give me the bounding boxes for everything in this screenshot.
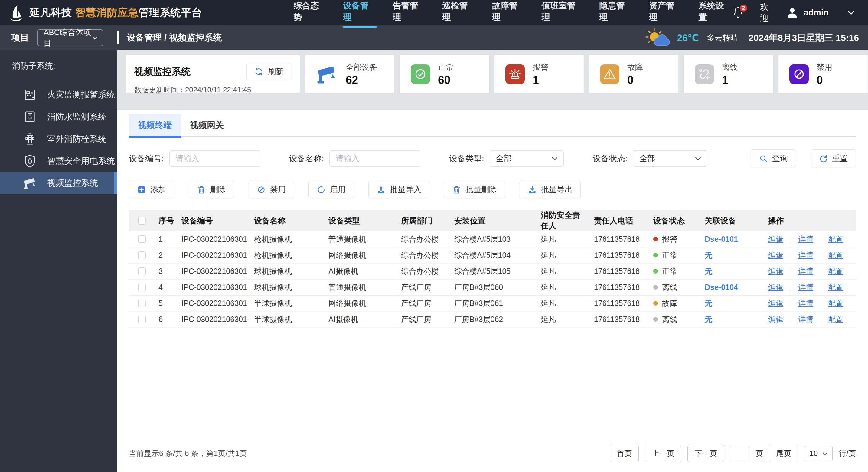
download-icon — [528, 185, 537, 194]
notification-bell-icon[interactable]: 2 — [732, 6, 744, 19]
sidebar-item[interactable]: 消防水监测系统 — [0, 106, 117, 128]
operation-link-detail[interactable]: 详情 — [798, 283, 813, 291]
weather-desc: 多云转晴 — [707, 33, 738, 43]
trash-icon — [197, 185, 206, 194]
operation-link-edit[interactable]: 编辑 — [768, 267, 783, 275]
cell-linked-device[interactable]: 无 — [698, 295, 762, 311]
tab[interactable]: 视频网关 — [181, 114, 233, 136]
sidebar: 消防子系统: 火灾监测报警系统消防水监测系统室外消防栓系统智慧安全用电系统视频监… — [0, 50, 117, 472]
device-name-input[interactable] — [329, 150, 420, 167]
operation-link-config[interactable]: 配置 — [828, 283, 843, 291]
select-all-checkbox[interactable] — [138, 217, 146, 225]
page-number-input[interactable] — [730, 446, 749, 462]
stat-card: 报警1 — [495, 55, 584, 93]
action-button[interactable]: 批量导出 — [520, 181, 581, 199]
action-button[interactable]: 批量导入 — [368, 181, 430, 199]
cell-linked-device[interactable]: 无 — [698, 263, 762, 279]
operation-link-edit[interactable]: 编辑 — [768, 251, 783, 259]
cell-linked-device[interactable]: Dse-0104 — [698, 279, 762, 295]
prev-page-button[interactable]: 上一页 — [645, 445, 681, 462]
welcome-text: 欢迎 — [760, 1, 776, 24]
operation-link-detail[interactable]: 详情 — [798, 235, 813, 243]
nav-item[interactable]: 告警管理 — [392, 0, 426, 28]
row-checkbox[interactable] — [138, 235, 146, 243]
project-select[interactable]: ABC综合体项目 — [37, 29, 103, 46]
sidebar-item-label: 智慧安全用电系统 — [47, 155, 115, 167]
cell-index: 6 — [152, 311, 175, 327]
operation-link-detail[interactable]: 详情 — [798, 251, 813, 259]
cell-safety-person: 延凡 — [534, 231, 587, 247]
temperature: 26℃ — [677, 32, 699, 43]
system-info-card: 视频监控系统 刷新 数据更新时间：2024/10/11 22:41:45 — [126, 55, 300, 93]
column-header: 所属部门 — [394, 210, 447, 231]
nav-item[interactable]: 系统设置 — [698, 0, 732, 28]
last-page-button[interactable]: 尾页 — [769, 445, 798, 462]
search-button[interactable]: 查询 — [751, 149, 796, 167]
nav-item[interactable]: 巡检管理 — [442, 0, 476, 28]
action-button[interactable]: 添加 — [129, 181, 174, 199]
nav-item[interactable]: 资产管理 — [648, 0, 682, 28]
action-button[interactable]: 启用 — [309, 181, 354, 199]
first-page-button[interactable]: 首页 — [610, 445, 639, 462]
operation-divider — [790, 300, 791, 308]
cell-index: 4 — [152, 279, 175, 295]
operation-link-edit[interactable]: 编辑 — [768, 235, 783, 243]
cell-safety-person: 延凡 — [534, 295, 587, 311]
user-avatar-icon[interactable] — [786, 6, 798, 19]
operation-link-edit[interactable]: 编辑 — [768, 283, 783, 291]
row-checkbox[interactable] — [138, 284, 146, 291]
row-checkbox[interactable] — [138, 252, 146, 259]
operation-link-detail[interactable]: 详情 — [798, 315, 813, 323]
cell-device-name: 半球摄像机 — [247, 311, 322, 327]
device-status-select[interactable]: 全部 — [633, 150, 707, 167]
operation-link-config[interactable]: 配置 — [828, 299, 843, 307]
nav-item[interactable]: 值班室管理 — [541, 0, 583, 28]
reset-button[interactable]: 重置 — [810, 149, 856, 167]
cell-linked-device[interactable]: 无 — [698, 247, 762, 263]
action-button[interactable]: 删除 — [189, 181, 234, 199]
cell-linked-device[interactable]: 无 — [698, 311, 762, 327]
operation-link-detail[interactable]: 详情 — [798, 299, 813, 307]
action-button-label: 批量导出 — [541, 184, 572, 195]
operation-link-config[interactable]: 配置 — [828, 251, 843, 259]
nav-item[interactable]: 故障管理 — [492, 0, 525, 28]
row-checkbox[interactable] — [138, 316, 146, 323]
refresh-button[interactable]: 刷新 — [247, 63, 291, 80]
operation-divider — [820, 268, 821, 276]
table-row: 5IPC-03020210630105半球摄像机网络摄像机产线厂房厂房B#3层0… — [129, 295, 856, 311]
cell-phone: 17611357618 — [587, 263, 647, 279]
sidebar-item[interactable]: 室外消防栓系统 — [0, 128, 117, 150]
operation-link-config[interactable]: 配置 — [828, 267, 843, 275]
nav-item[interactable]: 隐患管理 — [599, 0, 633, 28]
action-button[interactable]: 批量删除 — [444, 181, 505, 199]
operation-link-detail[interactable]: 详情 — [798, 267, 813, 275]
cell-linked-device[interactable]: Dse-0101 — [698, 231, 762, 247]
operation-link-edit[interactable]: 编辑 — [768, 315, 783, 323]
filter-row: 设备编号: 设备名称: 设备类型: 全部 设备状态: 全部 查询 — [129, 149, 856, 167]
user-menu-chevron-down-icon[interactable] — [847, 8, 855, 17]
cell-operations: 编辑详情配置 — [762, 279, 856, 295]
column-header: 序号 — [152, 210, 175, 231]
device-type-select[interactable]: 全部 — [490, 150, 564, 167]
cell-phone: 17611357618 — [587, 279, 647, 295]
row-checkbox[interactable] — [138, 267, 146, 275]
action-button[interactable]: 禁用 — [249, 181, 294, 199]
operation-link-edit[interactable]: 编辑 — [768, 299, 783, 307]
page-size-select[interactable]: 10 — [804, 446, 833, 462]
username[interactable]: admin — [804, 8, 828, 18]
operation-link-config[interactable]: 配置 — [828, 315, 843, 323]
row-checkbox[interactable] — [138, 299, 146, 307]
cell-location: 综合楼A#5层103 — [447, 231, 534, 247]
device-no-input[interactable] — [169, 150, 260, 167]
sidebar-item[interactable]: 火灾监测报警系统 — [0, 84, 117, 106]
sidebar-item[interactable]: 智慧安全用电系统 — [0, 150, 117, 172]
tab[interactable]: 视频终端 — [129, 114, 181, 138]
sidebar-item[interactable]: 视频监控系统 — [0, 172, 117, 194]
operation-link-config[interactable]: 配置 — [828, 235, 843, 243]
nav-item[interactable]: 综合态势 — [293, 0, 327, 28]
stat-value: 0 — [627, 74, 643, 87]
nav-item[interactable]: 设备管理 — [343, 0, 376, 28]
next-page-button[interactable]: 下一页 — [687, 445, 724, 462]
chevron-down-icon — [91, 34, 98, 42]
status-text: 故障 — [662, 299, 677, 307]
